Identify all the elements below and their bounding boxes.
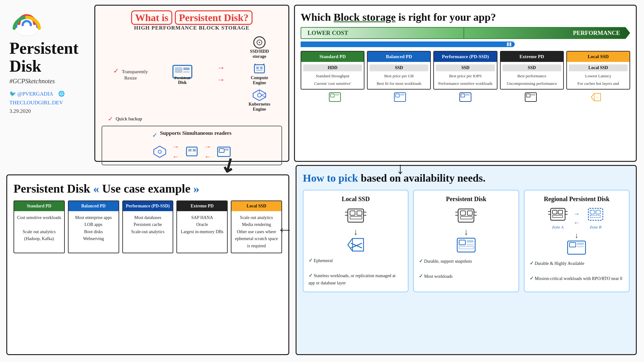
svg-rect-35	[396, 94, 399, 97]
main-page: Persistent Disk #GCPSketchnotes 🐦 @PVERG…	[0, 0, 644, 362]
balanced-pd-desc1: Best price per GB	[369, 73, 428, 79]
what-is-pd-panel: What is Persistent Disk? HIGH PERFORMANC…	[94, 5, 289, 162]
svg-rect-57	[460, 211, 465, 215]
use-case-panel: Persistent Disk « Use case example » Sta…	[6, 174, 289, 355]
block-storage-title: Which Block storage is right for your ap…	[301, 11, 630, 23]
bidirectional-arrows2: → ←	[204, 143, 211, 161]
use-case-bal-item1: Most enterprise apps	[71, 214, 116, 221]
local-ssd-x-icon	[346, 237, 365, 253]
use-case-balanced-body: Most enterprise apps LOB apps Boot disks…	[69, 211, 119, 246]
svg-rect-46	[350, 211, 355, 215]
use-case-perf-item1: Most databases	[125, 214, 170, 221]
performance-pd-desc1: Best price per IOPS	[436, 73, 495, 79]
kubernetes-engine-feature: KubernetesEngine	[248, 89, 270, 112]
use-case-standard-body: Cost sensitive workloads Scale out analy…	[14, 211, 64, 246]
svg-line-20	[261, 95, 266, 97]
google-cloud-logo	[9, 9, 44, 38]
quick-backup: ✓ Quick backup	[108, 115, 282, 123]
pick-regional-pd-title: Regional Persistent Disk	[544, 195, 609, 203]
blue-subbar	[301, 41, 630, 47]
simultaneous-label: Supports Simultaneous readers	[160, 130, 231, 136]
pick-col-regional-pd: Regional Persistent Disk	[524, 190, 630, 292]
feature-resize: ✓ TransparentlyResize	[113, 67, 148, 81]
svg-rect-82	[569, 243, 576, 247]
regional-zones-row: Zone A → ←	[547, 206, 607, 230]
performance-pd-header: Performance (PD-SSD)	[434, 52, 497, 62]
pick-lssd-feat2: Stateless workloads, or replication mana…	[308, 273, 396, 285]
use-case-title: Persistent Disk « Use case example »	[14, 182, 282, 195]
zone-a-label: Zone A	[552, 225, 564, 230]
storage-icon	[251, 36, 268, 49]
svg-rect-65	[459, 240, 465, 245]
use-case-lssd-item2: Media rendering	[234, 221, 279, 228]
use-case-std-item2: Scale out analytics (Hadoop, Kafka)	[17, 228, 62, 243]
storage-col-performance-pd: Performance (PD-SSD) SSD Best price per …	[433, 51, 497, 90]
ssd-hdd-feature: SSD/HDDstorage	[248, 36, 270, 59]
panel-title-what: What is Persistent Disk?	[102, 12, 282, 24]
svg-rect-77	[588, 208, 603, 220]
svg-rect-11	[256, 67, 259, 69]
storage-col-extreme-pd: Extreme PD SSD Best performance Uncompro…	[500, 51, 564, 90]
use-case-columns: Standard PD Cost sensitive workloads Sca…	[14, 200, 282, 253]
brand-panel: Persistent Disk #GCPSketchnotes 🐦 @PVERG…	[6, 6, 94, 151]
svg-rect-32	[330, 94, 334, 97]
use-case-perf-item2: Persistent cache	[125, 221, 170, 228]
svg-rect-3	[175, 68, 182, 73]
pd-icon-5: ×	[590, 92, 602, 102]
svg-rect-36	[400, 94, 404, 96]
blue-bar-icon	[507, 42, 512, 47]
zone-a-area: Zone A	[547, 206, 569, 230]
use-case-local-ssd-body: Scale out analytics Media rendering Othe…	[231, 211, 281, 253]
zone-b-area: Zone B	[585, 206, 607, 230]
use-case-ext-item3: Largest in-memory DBs	[180, 228, 225, 235]
arrows-right: → →	[217, 63, 225, 85]
cost-perf-container: LOWER COST PERFORMANCE	[301, 27, 630, 39]
svg-rect-66	[467, 240, 474, 243]
pick-col-persistent-disk: Persistent Disk ↓	[413, 190, 519, 292]
use-case-std-item1: Cost sensitive workloads	[17, 214, 62, 221]
pd-icon-4	[525, 92, 537, 102]
svg-rect-41	[526, 94, 530, 97]
svg-rect-38	[461, 94, 465, 97]
use-case-col-balanced: Balanced PD Most enterprise apps LOB app…	[68, 200, 119, 253]
kubernetes-icon	[251, 89, 268, 102]
svg-point-17	[258, 93, 261, 97]
use-case-ext-item2: Oracle	[180, 221, 225, 228]
brand-date: 3.29.2020	[9, 108, 31, 114]
block-storage-panel: Which Block storage is right for your ap…	[294, 5, 637, 162]
pick-rpd-feat1: Durable & Highly Available	[535, 261, 584, 266]
svg-rect-24	[188, 149, 192, 151]
svg-text:×: ×	[597, 96, 598, 99]
use-case-perf-item3: Scale-out analytics	[125, 228, 170, 235]
down-arrow-connector: ↓	[396, 160, 404, 177]
storage-comparison-table: Standard PD HDD Standard throughput Curr…	[301, 51, 630, 90]
compute-engine-feature: ComputeEngine	[248, 62, 270, 85]
pick-lssd-feat1: Ephemeral	[314, 258, 333, 263]
svg-rect-30	[509, 42, 511, 46]
svg-rect-4	[183, 68, 190, 70]
bidirectional-arrows: → ←	[172, 143, 179, 161]
pd-features-row: ✓ TransparentlyResize Persistent Disk → …	[102, 36, 282, 112]
pick-pd-icons: ↓	[453, 206, 479, 253]
storage-col-balanced-pd: Balanced PD SSD Best price per GB Best f…	[367, 51, 431, 90]
pick-regional-pd-icons: Zone A → ←	[547, 206, 607, 255]
balanced-pd-type: SSD	[369, 64, 428, 71]
svg-rect-48	[350, 217, 362, 219]
svg-rect-68	[459, 246, 474, 249]
svg-rect-78	[590, 210, 595, 214]
use-case-extreme-body: SAP HANA Oracle Largest in-memory DBs	[177, 211, 227, 239]
pd-chip-icon	[453, 206, 479, 227]
svg-rect-39	[465, 94, 470, 96]
use-case-col-extreme: Extreme PD SAP HANA Oracle Largest in-me…	[176, 200, 228, 253]
pick-local-ssd-title: Local SSD	[341, 195, 369, 203]
pd-icon-1	[329, 92, 341, 102]
use-case-lssd-item1: Scale out analytics	[234, 214, 279, 221]
svg-rect-59	[460, 217, 472, 219]
pick-local-ssd-features: ✓ Ephemeral ✓ Stateless workloads, or re…	[308, 256, 403, 287]
use-case-perf-body: Most databases Persistent cache Scale-ou…	[123, 211, 173, 239]
svg-rect-10	[254, 65, 264, 73]
local-ssd-header: Local SSD	[567, 52, 630, 62]
svg-rect-83	[577, 243, 584, 245]
svg-rect-13	[256, 70, 263, 71]
extreme-pd-body: SSD Best performance Uncompromising perf…	[501, 62, 563, 89]
